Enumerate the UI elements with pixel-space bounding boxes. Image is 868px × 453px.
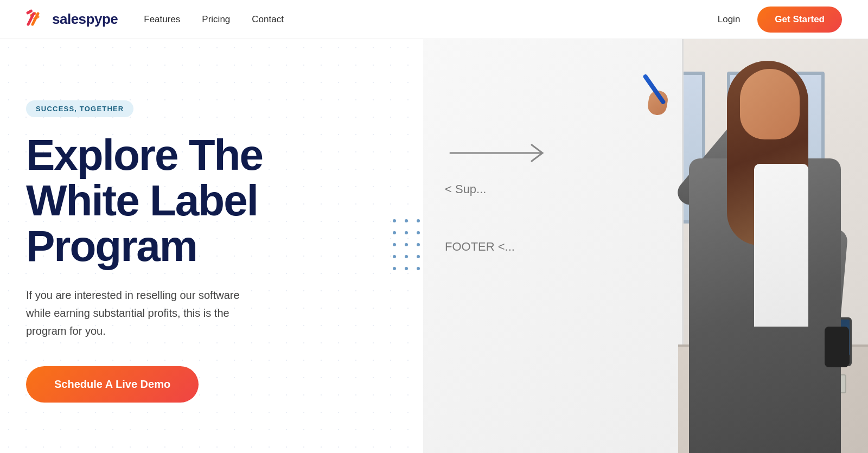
dot <box>393 219 396 222</box>
get-started-button[interactable]: Get Started <box>757 7 842 33</box>
hero-description: If you are interested in reselling our s… <box>26 286 254 340</box>
dot <box>417 231 420 234</box>
hero-image: < Sup... FOOTER <... <box>423 39 868 453</box>
logo-icon <box>26 9 47 30</box>
nav-links: Features Pricing Contact <box>144 14 284 25</box>
schedule-demo-button[interactable]: Schedule A Live Demo <box>26 366 199 403</box>
hero-title-line1: Explore The <box>26 131 263 179</box>
phone <box>825 327 849 367</box>
hero-title: Explore The White Label Program <box>26 132 263 269</box>
dot <box>405 267 408 270</box>
dot <box>393 255 396 258</box>
dot <box>405 219 408 222</box>
nav-item-pricing[interactable]: Pricing <box>202 14 230 25</box>
login-button[interactable]: Login <box>718 14 741 25</box>
dot <box>417 255 420 258</box>
dots-decoration <box>393 219 423 273</box>
person <box>624 39 852 453</box>
hero-section: SUCCESS, TOGETHER Explore The White Labe… <box>0 39 868 453</box>
nav-item-contact[interactable]: Contact <box>252 14 284 25</box>
dot <box>393 243 396 246</box>
nav-link-contact[interactable]: Contact <box>252 14 284 24</box>
dot <box>405 231 408 234</box>
dot <box>417 243 420 246</box>
nav-item-features[interactable]: Features <box>144 14 180 25</box>
dot <box>417 267 420 270</box>
logo[interactable]: salespype <box>26 9 118 30</box>
person-shirt <box>754 164 808 327</box>
nav-link-pricing[interactable]: Pricing <box>202 14 230 24</box>
dot <box>405 255 408 258</box>
logo-text: salespype <box>52 11 118 28</box>
hero-photo-inner: < Sup... FOOTER <... <box>423 39 868 453</box>
person-face <box>740 69 800 139</box>
nav-right: Login Get Started <box>718 7 842 33</box>
dot <box>417 219 420 222</box>
dot <box>393 267 396 270</box>
nav-left: salespype Features Pricing Contact <box>26 9 284 30</box>
hero-badge: SUCCESS, TOGETHER <box>26 100 133 117</box>
dot <box>393 231 396 234</box>
whiteboard-arrow <box>445 137 553 169</box>
dot <box>405 243 408 246</box>
hero-title-line3: Program <box>26 222 197 270</box>
hero-title-line2: White Label <box>26 176 258 225</box>
hero-content: SUCCESS, TOGETHER Explore The White Labe… <box>26 90 263 403</box>
nav-link-features[interactable]: Features <box>144 14 180 24</box>
navbar: salespype Features Pricing Contact Login… <box>0 0 868 39</box>
